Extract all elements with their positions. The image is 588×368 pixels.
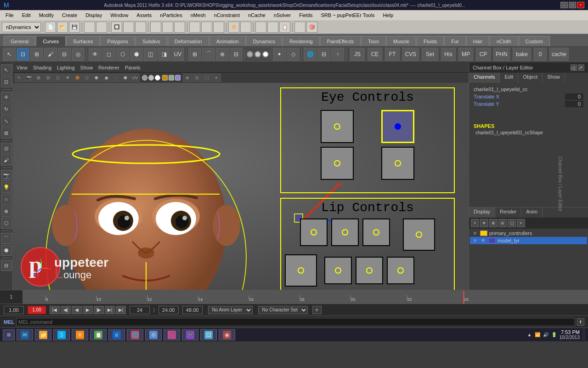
step-forward[interactable]: |▶ xyxy=(94,306,104,314)
taskbar-app7[interactable]: ◉ xyxy=(219,329,235,340)
tray-network[interactable]: 📶 xyxy=(535,332,540,337)
lip-ctrl-3[interactable] xyxy=(362,218,390,246)
layer-create-selected[interactable]: ✦ xyxy=(480,219,488,227)
left-surface[interactable]: ⬢ xyxy=(1,245,12,256)
icon-select-obj[interactable]: ↖ xyxy=(3,48,16,61)
bake-icon[interactable]: bake xyxy=(513,48,531,61)
left-art[interactable]: 🖌 xyxy=(1,155,12,166)
vp-icon-hier[interactable]: ⊟ xyxy=(44,74,53,82)
menu-nsolver[interactable]: nSolver xyxy=(270,12,294,19)
tab-surfaces[interactable]: Surfaces xyxy=(66,36,100,46)
char-set-select[interactable]: No Character Set xyxy=(258,306,308,314)
disp-qual-1[interactable] xyxy=(142,75,147,80)
step-back[interactable]: ◀ xyxy=(72,306,82,314)
disp-yellow[interactable] xyxy=(162,75,168,80)
vp-show[interactable]: Show xyxy=(80,65,93,70)
char-set-options[interactable]: ≡ xyxy=(312,306,322,314)
layer-color-model[interactable] xyxy=(488,238,496,243)
icon-local[interactable]: ⊟ xyxy=(317,48,330,61)
toolbar-move[interactable]: ✛ xyxy=(150,22,161,33)
toolbar-save[interactable]: 💾 xyxy=(69,22,80,33)
disp-blue[interactable] xyxy=(175,75,181,80)
menu-srb[interactable]: SRB ~ pupPetEEr Tools xyxy=(317,12,379,19)
vp-icon-snap[interactable]: ⊞ xyxy=(34,74,43,82)
toolbar-ipr[interactable]: ▶ xyxy=(240,22,251,33)
vp-icon-poly[interactable]: ⬟ xyxy=(121,74,130,82)
layer-vis-primary[interactable]: V xyxy=(472,231,478,236)
frame-range-end[interactable] xyxy=(182,306,203,314)
eye-ctrl-box-2[interactable] xyxy=(321,147,354,180)
mel-expand[interactable]: ⬆ xyxy=(577,318,584,326)
toolbar-scale[interactable]: ⤡ xyxy=(174,22,185,33)
his-icon[interactable]: His xyxy=(441,48,456,61)
tab-polygons[interactable]: Polygons xyxy=(100,36,135,46)
js-icon[interactable]: JS xyxy=(350,48,365,61)
icon-normal[interactable]: ↑ xyxy=(331,48,344,61)
icon-paint[interactable]: 🖌 xyxy=(44,48,57,61)
menu-edit[interactable]: Edit xyxy=(18,12,34,19)
tab-rendering[interactable]: Rendering xyxy=(283,36,320,46)
vp-icon-wire[interactable]: ⬡ xyxy=(82,74,91,82)
chan-tab-show[interactable]: Show xyxy=(543,73,565,83)
layer-item-primary[interactable]: V primary_controllers xyxy=(470,230,587,237)
icon-soft[interactable]: ◎ xyxy=(72,48,85,61)
menu-fields[interactable]: Fields xyxy=(295,12,316,19)
set-icon[interactable]: Set xyxy=(422,48,438,61)
vp-snap-live[interactable]: ⊕ xyxy=(183,74,192,82)
tab-painteffects[interactable]: PaintEffects xyxy=(320,36,361,46)
layer-color-primary[interactable] xyxy=(480,230,487,236)
maximize-button[interactable]: □ xyxy=(569,2,576,8)
layer-delete[interactable]: × xyxy=(517,219,525,227)
left-scale[interactable]: ⤡ xyxy=(1,115,12,126)
menu-nmesh[interactable]: nMesh xyxy=(187,12,209,19)
lip-dot-big[interactable] xyxy=(416,231,422,238)
toolbar-render[interactable]: 🔆 xyxy=(228,22,239,33)
lip-ctrl-6[interactable] xyxy=(387,257,414,284)
zero-icon[interactable]: 0 xyxy=(534,48,547,61)
dynamics-select[interactable]: nDynamics xyxy=(2,22,41,32)
mel-input[interactable] xyxy=(16,318,575,326)
left-move[interactable]: ✛ xyxy=(1,92,12,103)
lip-dot-6[interactable] xyxy=(397,267,404,274)
left-ik[interactable]: ⊕ xyxy=(1,206,12,217)
cp-icon[interactable]: CP xyxy=(476,48,491,61)
chan-tab-object[interactable]: Object xyxy=(518,73,543,83)
vp-icon-more[interactable]: ≡ xyxy=(212,74,221,82)
vp-icon-tex[interactable]: ◼ xyxy=(102,74,111,82)
vp-icon-snap-to[interactable]: ⊕ xyxy=(183,74,192,82)
toolbar-history[interactable]: ⏱ xyxy=(294,22,305,33)
vp-icon-gimbal[interactable]: ⊡ xyxy=(192,74,202,82)
toolbar-quick-sel[interactable]: 🎯 xyxy=(306,22,317,33)
eye-dot-4[interactable] xyxy=(395,160,401,167)
taskbar-app5[interactable]: 🎮 xyxy=(182,329,198,340)
vp-icon-render[interactable]: 🔆 xyxy=(73,74,82,82)
menu-ncache[interactable]: nCache xyxy=(244,12,269,19)
play-forward[interactable]: ▶ xyxy=(83,306,93,314)
layer-remove-selected[interactable]: ⊖ xyxy=(498,219,507,227)
layer-create[interactable]: + xyxy=(471,219,479,227)
icon-template[interactable]: ◫ xyxy=(144,48,157,61)
taskbar-outlook[interactable]: ✉ xyxy=(17,329,33,340)
lip-dot-4[interactable] xyxy=(335,267,341,274)
lip-dot-2[interactable] xyxy=(342,229,348,236)
tab-deformation[interactable]: Deformation xyxy=(168,36,209,46)
menu-nparticles[interactable]: nParticles xyxy=(156,12,186,19)
tab-fluids[interactable]: Fluids xyxy=(417,36,444,46)
toolbar-undo[interactable]: ↩ xyxy=(84,22,95,33)
taskbar-ie[interactable]: e xyxy=(108,329,125,340)
left-rotate[interactable]: ↻ xyxy=(1,104,12,115)
vp-icon-pts[interactable]: ∴ xyxy=(111,74,120,82)
tab-custom[interactable]: Custom xyxy=(519,36,550,46)
taskbar-app1[interactable]: ❀ xyxy=(72,329,88,340)
disp-green[interactable] xyxy=(169,75,174,80)
lip-dot-5[interactable] xyxy=(366,267,373,274)
menu-window[interactable]: Window xyxy=(107,12,132,19)
vp-panels[interactable]: Panels xyxy=(125,65,141,70)
menu-file[interactable]: File xyxy=(2,12,17,19)
icon-world[interactable]: 🌐 xyxy=(304,48,317,61)
icon-snap-pt[interactable]: ⊕ xyxy=(216,48,229,61)
display-rough[interactable] xyxy=(247,51,253,58)
eye-dot-1[interactable] xyxy=(334,123,340,130)
toolbar-lasso[interactable]: ⬚ xyxy=(123,22,134,33)
layer-r-model[interactable]: R xyxy=(480,238,486,243)
